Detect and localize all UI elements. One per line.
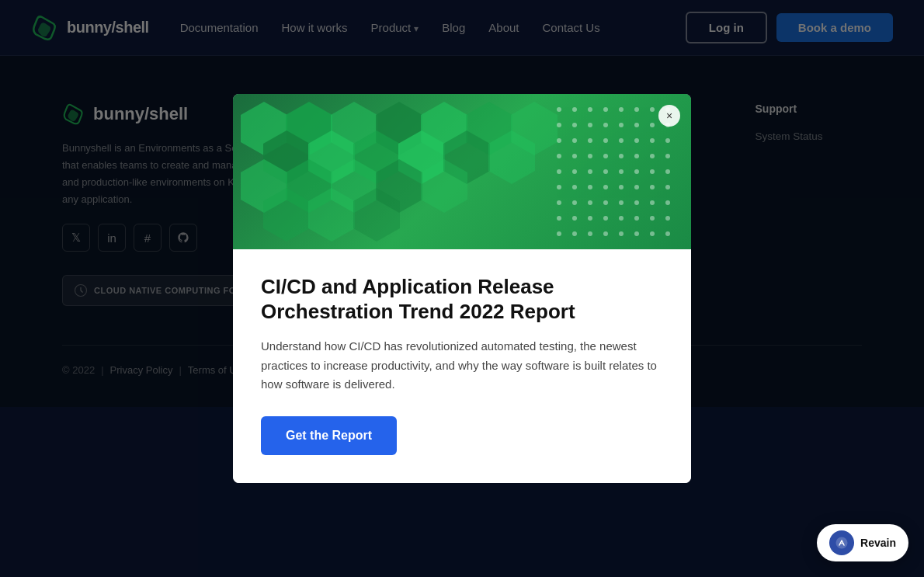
svg-point-3 (572, 107, 577, 112)
svg-point-69 (603, 231, 608, 236)
revain-logo-icon (835, 536, 849, 550)
svg-point-14 (619, 123, 624, 127)
svg-point-51 (572, 200, 577, 205)
svg-point-23 (634, 138, 639, 143)
svg-point-7 (634, 107, 639, 112)
svg-point-74 (836, 537, 848, 549)
svg-point-73 (665, 231, 670, 236)
svg-point-61 (603, 216, 608, 221)
svg-point-19 (572, 138, 577, 143)
revain-widget[interactable]: Revain (817, 524, 908, 561)
svg-point-64 (650, 216, 655, 221)
svg-point-18 (557, 138, 561, 143)
svg-point-54 (619, 200, 624, 205)
svg-point-70 (619, 231, 624, 236)
svg-point-72 (650, 231, 655, 236)
svg-point-20 (588, 138, 592, 143)
modal-header-image (233, 94, 691, 249)
svg-point-47 (634, 185, 639, 189)
svg-point-41 (665, 169, 670, 174)
svg-point-34 (557, 169, 561, 174)
svg-point-12 (588, 123, 592, 127)
get-report-button[interactable]: Get the Report (261, 416, 397, 455)
svg-point-38 (619, 169, 624, 174)
svg-point-52 (588, 200, 592, 205)
svg-point-22 (619, 138, 624, 143)
svg-point-37 (603, 169, 608, 174)
svg-point-39 (634, 169, 639, 174)
svg-point-13 (603, 123, 608, 127)
svg-point-62 (619, 216, 624, 221)
svg-point-33 (665, 154, 670, 158)
modal-dialog: × CI/CD and Application Release Orchestr… (233, 94, 691, 483)
svg-point-59 (572, 216, 577, 221)
modal-close-button[interactable]: × (658, 105, 680, 127)
svg-point-50 (557, 200, 561, 205)
svg-point-10 (557, 123, 561, 127)
svg-point-43 (572, 185, 577, 189)
svg-point-32 (650, 154, 655, 158)
svg-point-36 (588, 169, 592, 174)
svg-point-60 (588, 216, 592, 221)
svg-point-15 (634, 123, 639, 127)
svg-point-44 (588, 185, 592, 189)
svg-point-63 (634, 216, 639, 221)
revain-icon (829, 530, 854, 555)
svg-point-29 (603, 154, 608, 158)
svg-point-48 (650, 185, 655, 189)
svg-point-53 (603, 200, 608, 205)
modal-description: Understand how CI/CD has revolutionized … (261, 337, 663, 395)
svg-point-8 (650, 107, 655, 112)
svg-point-42 (557, 185, 561, 189)
svg-point-4 (588, 107, 592, 112)
hex-pattern-svg (233, 94, 691, 249)
modal-overlay[interactable]: × CI/CD and Application Release Orchestr… (0, 0, 924, 577)
revain-label: Revain (860, 537, 896, 549)
svg-point-28 (588, 154, 592, 158)
svg-point-35 (572, 169, 577, 174)
svg-point-66 (557, 231, 561, 236)
svg-point-46 (619, 185, 624, 189)
svg-point-57 (665, 200, 670, 205)
svg-point-67 (572, 231, 577, 236)
svg-point-21 (603, 138, 608, 143)
svg-point-30 (619, 154, 624, 158)
svg-point-16 (650, 123, 655, 127)
svg-point-49 (665, 185, 670, 189)
svg-point-6 (619, 107, 624, 112)
svg-point-31 (634, 154, 639, 158)
modal-body: CI/CD and Application Release Orchestrat… (233, 249, 691, 483)
svg-point-26 (557, 154, 561, 158)
svg-point-24 (650, 138, 655, 143)
svg-point-11 (572, 123, 577, 127)
svg-point-5 (603, 107, 608, 112)
svg-point-27 (572, 154, 577, 158)
svg-point-58 (557, 216, 561, 221)
svg-point-56 (650, 200, 655, 205)
svg-point-68 (588, 231, 592, 236)
svg-point-65 (665, 216, 670, 221)
svg-point-71 (634, 231, 639, 236)
svg-point-40 (650, 169, 655, 174)
svg-point-55 (634, 200, 639, 205)
svg-point-25 (665, 138, 670, 143)
svg-point-2 (557, 107, 561, 112)
svg-point-45 (603, 185, 608, 189)
modal-title: CI/CD and Application Release Orchestrat… (261, 274, 663, 325)
